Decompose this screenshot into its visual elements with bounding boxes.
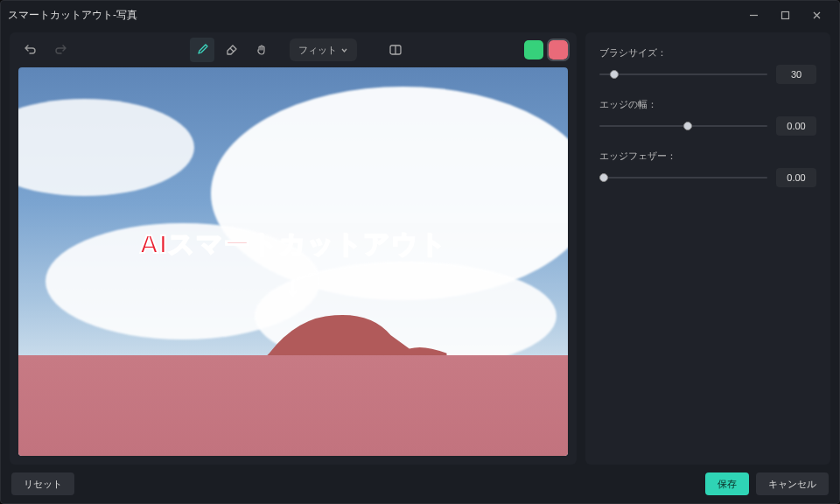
remove-color-swatch[interactable] bbox=[549, 40, 568, 60]
zoom-fit-button[interactable]: フィット bbox=[290, 38, 357, 61]
cancel-button[interactable]: キャンセル bbox=[756, 472, 829, 495]
compare-icon bbox=[388, 43, 402, 57]
maximize-button[interactable] bbox=[769, 1, 801, 29]
brush-icon bbox=[195, 43, 209, 57]
hand-tool-button[interactable] bbox=[249, 38, 274, 62]
overlay-annotation-text: AIスマートカットアウト bbox=[140, 227, 447, 262]
undo-icon bbox=[24, 43, 38, 57]
save-button[interactable]: 保存 bbox=[705, 472, 749, 495]
main-body: フィット AIスマ bbox=[1, 29, 839, 465]
eraser-tool-button[interactable] bbox=[220, 38, 244, 62]
edge-feather-row: 0.00 bbox=[599, 168, 816, 187]
close-icon bbox=[812, 10, 822, 20]
brush-size-label: ブラシサイズ： bbox=[599, 46, 816, 60]
redo-icon bbox=[53, 43, 67, 57]
undo-button[interactable] bbox=[18, 38, 43, 62]
edge-width-value[interactable]: 0.00 bbox=[776, 116, 816, 136]
edge-feather-label: エッジフェザー： bbox=[599, 150, 816, 163]
brush-tool-button[interactable] bbox=[190, 38, 214, 62]
brush-size-slider[interactable] bbox=[599, 68, 767, 80]
brush-size-row: 30 bbox=[599, 65, 816, 84]
canvas-panel: フィット AIスマ bbox=[10, 32, 577, 465]
edge-width-label: エッジの幅： bbox=[599, 98, 816, 111]
sea-mask bbox=[18, 355, 568, 456]
app-window: スマートカットアウト-写真 bbox=[0, 0, 840, 504]
overlay-annotation-arrow: ↓ bbox=[287, 273, 299, 301]
edge-width-row: 0.00 bbox=[599, 116, 816, 136]
edge-feather-value[interactable]: 0.00 bbox=[776, 168, 816, 187]
canvas-toolbar: フィット bbox=[10, 32, 577, 67]
svg-rect-0 bbox=[781, 11, 788, 18]
minimize-button[interactable] bbox=[738, 1, 769, 29]
image-canvas[interactable]: AIスマートカットアウト ↓ bbox=[18, 67, 568, 456]
titlebar: スマートカットアウト-写真 bbox=[1, 1, 839, 29]
redo-button[interactable] bbox=[48, 38, 73, 62]
settings-panel: ブラシサイズ： 30 エッジの幅： 0.00 エッジフェザー： 0.00 bbox=[585, 32, 830, 465]
compare-button[interactable] bbox=[383, 38, 408, 62]
eraser-icon bbox=[225, 43, 239, 57]
brush-size-value[interactable]: 30 bbox=[776, 65, 816, 84]
chevron-down-icon bbox=[340, 46, 348, 54]
footer: リセット 保存 キャンセル bbox=[1, 465, 839, 503]
maximize-icon bbox=[780, 10, 790, 20]
zoom-fit-label: フィット bbox=[298, 44, 337, 57]
close-button[interactable] bbox=[801, 1, 832, 29]
minimize-icon bbox=[749, 10, 759, 20]
hand-icon bbox=[255, 43, 269, 57]
reset-button[interactable]: リセット bbox=[11, 472, 74, 495]
window-title: スマートカットアウト-写真 bbox=[8, 8, 137, 23]
keep-color-swatch[interactable] bbox=[524, 40, 543, 60]
edge-feather-slider[interactable] bbox=[599, 172, 767, 184]
edge-width-slider[interactable] bbox=[599, 120, 767, 132]
